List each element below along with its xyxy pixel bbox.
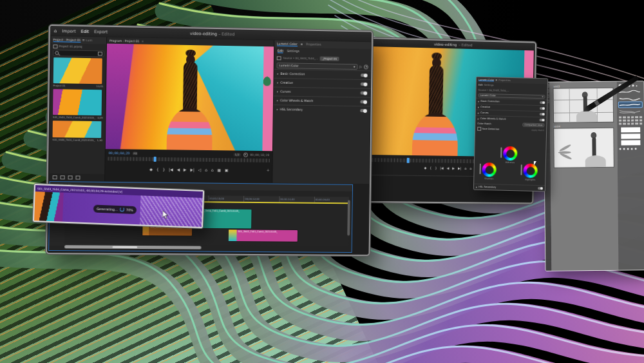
lift-icon[interactable]: ⌂ — [464, 166, 466, 170]
panel-menu-icon[interactable]: ≡ — [82, 39, 85, 42]
section-toggle[interactable] — [361, 92, 368, 95]
panel-menu-icon[interactable]: ≡ — [495, 79, 497, 81]
tool-icon-grid[interactable] — [619, 116, 642, 124]
section-hsl-secondary[interactable]: HSL Secondary — [280, 108, 359, 112]
clip-thumbnail[interactable] — [53, 57, 102, 84]
extract-icon[interactable]: ⌂ — [211, 167, 214, 172]
add-marker-icon[interactable]: ◆ — [424, 166, 427, 170]
tab-overflow[interactable]: Lum — [86, 39, 92, 42]
generating-clip[interactable]: S01_Sh03_Tk04_CamA_20210103_-00;00;04;29… — [33, 184, 204, 228]
horizontal-scrollbar[interactable] — [64, 245, 201, 249]
tab-lumetri-color[interactable]: Lumetri Color — [277, 42, 298, 46]
chevron-right-icon[interactable]: ▸ — [277, 99, 278, 102]
section-creative[interactable]: Creative — [280, 81, 359, 86]
item-name[interactable]: Project 01 — [53, 84, 66, 87]
icon-view-icon[interactable] — [61, 175, 65, 179]
timeline-clip[interactable]: S01_Sh02_Tk01_CamA_20210103_ — [229, 230, 298, 242]
chevron-right-icon[interactable]: ▸ — [277, 108, 278, 111]
chevron-right-icon[interactable]: ▸ — [478, 111, 479, 114]
apply-match-button[interactable]: Apply Match — [531, 129, 544, 132]
brush-stroke-option[interactable] — [619, 95, 642, 101]
section-color-wheels[interactable]: Color Wheels & Match — [480, 117, 538, 121]
export-frame-icon[interactable]: ▦ — [217, 167, 221, 172]
chevron-right-icon[interactable]: ▸ — [478, 117, 479, 120]
playhead[interactable] — [407, 158, 410, 163]
comparison-view-button[interactable]: Comparison View — [523, 123, 545, 127]
subtab-edit[interactable]: Edit — [278, 49, 283, 53]
go-to-out-icon[interactable]: ▶| — [190, 167, 194, 172]
shadows-slider[interactable] — [479, 164, 480, 174]
layer-swatch[interactable] — [621, 133, 640, 139]
section-creative[interactable]: Creative — [480, 106, 538, 110]
brush-stroke-option-selected[interactable] — [619, 102, 642, 107]
shadows-wheel[interactable] — [482, 162, 497, 177]
chevron-right-icon[interactable]: ▸ — [478, 99, 479, 103]
chevron-right-icon[interactable]: ▸ — [277, 72, 278, 75]
chevron-right-icon[interactable]: ▸ — [478, 105, 479, 108]
tab-properties[interactable]: Properties — [498, 79, 510, 82]
step-back-icon[interactable]: ◀ — [177, 167, 180, 172]
layer-swatch[interactable] — [621, 140, 640, 145]
step-back-icon[interactable]: ◀ — [447, 166, 450, 170]
clip-thumbnail[interactable] — [53, 121, 102, 138]
preset-dropdown[interactable]: Lumetri Color ▾ — [277, 63, 358, 70]
tab-program[interactable]: Program : Project 01 — [109, 39, 139, 43]
search-input[interactable] — [60, 51, 97, 56]
panel-menu-icon[interactable]: ≡ — [300, 43, 303, 46]
footer-icon-row[interactable] — [620, 148, 643, 150]
target-project-button[interactable]: _Project 01 — [320, 56, 339, 61]
settings-icon[interactable] — [243, 152, 248, 157]
mark-in-icon[interactable]: { — [430, 166, 431, 170]
section-toggle[interactable] — [360, 100, 367, 103]
list-view-icon[interactable] — [53, 175, 57, 179]
storyboard-frame[interactable] — [554, 128, 614, 168]
subtab-settings[interactable]: Settings — [287, 50, 299, 53]
play-icon[interactable]: ▶ — [452, 166, 455, 170]
fx-icon[interactable]: ƒx — [359, 65, 362, 68]
extract-icon[interactable]: ⌂ — [469, 166, 471, 170]
section-toggle[interactable] — [361, 74, 368, 77]
tab-project[interactable]: Project : Project 01 — [53, 38, 81, 43]
zoom-level-dropdown[interactable]: Fit — [132, 152, 138, 155]
section-basic-correction[interactable]: Basic Correction — [280, 72, 359, 77]
item-name[interactable]: S01_Sh06_Tk04_CamB_20210103_ — [52, 138, 95, 142]
tab-properties[interactable]: Properties — [306, 43, 321, 46]
go-to-in-icon[interactable]: |◀ — [169, 167, 173, 172]
clip-thumbnail[interactable] — [53, 89, 102, 115]
bypass-eye-icon[interactable] — [364, 64, 368, 69]
section-toggle[interactable] — [540, 113, 545, 115]
playback-resolution-dropdown[interactable]: 1/2 — [234, 153, 241, 156]
section-toggle[interactable] — [360, 109, 367, 112]
playhead[interactable] — [153, 157, 156, 162]
comparison-view-icon[interactable]: ▣ — [225, 168, 229, 172]
go-to-out-icon[interactable]: ▶| — [458, 166, 462, 170]
face-detection-checkbox[interactable] — [477, 127, 481, 131]
chevron-right-icon[interactable]: ▸ — [277, 81, 278, 84]
midtones-wheel[interactable] — [503, 146, 518, 161]
step-forward-icon[interactable]: ◁ — [198, 167, 202, 172]
subtab-edit[interactable]: Edit — [478, 84, 483, 86]
section-curves[interactable]: Curves — [280, 90, 359, 95]
new-item-icon[interactable] — [68, 175, 73, 179]
storyboard-frame[interactable] — [554, 88, 614, 123]
section-hsl-secondary[interactable]: HSL Secondary — [478, 186, 536, 190]
mark-out-icon[interactable]: } — [435, 166, 437, 170]
midtones-slider[interactable] — [500, 148, 502, 158]
play-icon[interactable]: ▶ — [184, 167, 187, 172]
mark-in-icon[interactable]: { — [156, 166, 159, 171]
lift-icon[interactable]: ⌂ — [205, 167, 207, 172]
add-marker-icon[interactable]: ◆ — [149, 166, 153, 171]
item-name[interactable]: S01_Sh03_Tk04_CamA_20210103_ — [53, 115, 95, 119]
brush-stroke-option[interactable] — [619, 108, 642, 113]
subtab-settings[interactable]: Settings — [484, 84, 494, 86]
chevron-right-icon[interactable]: ▸ — [476, 185, 477, 188]
tab-lumetri-color[interactable]: Lumetri Color — [478, 79, 494, 82]
add-button-icon[interactable]: + — [267, 168, 270, 172]
new-bin-icon[interactable] — [98, 52, 102, 55]
chevron-right-icon[interactable]: ▸ — [277, 90, 278, 93]
section-color-wheels[interactable]: Color Wheels & Match — [280, 99, 359, 103]
section-toggle[interactable] — [539, 119, 544, 121]
layer-swatch[interactable] — [621, 127, 640, 132]
mark-out-icon[interactable]: } — [162, 166, 165, 171]
section-toggle[interactable] — [538, 187, 543, 190]
